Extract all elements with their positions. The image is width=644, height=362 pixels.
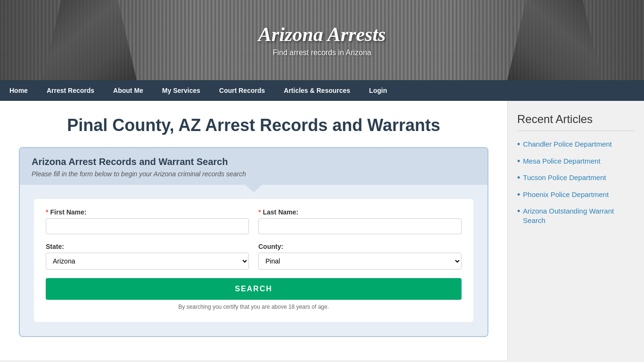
form-card-title: Arizona Arrest Records and Warrant Searc… bbox=[32, 156, 476, 167]
nav-home[interactable]: Home bbox=[0, 80, 37, 101]
location-row: State: Arizona County: Pinal bbox=[46, 243, 462, 270]
site-title: Arizona Arrests bbox=[258, 23, 386, 46]
last-name-input[interactable] bbox=[258, 218, 462, 234]
page-layout: Pinal County, AZ Arrest Records and Warr… bbox=[0, 101, 644, 360]
list-item: • Mesa Police Department bbox=[517, 156, 635, 167]
main-content: Pinal County, AZ Arrest Records and Warr… bbox=[0, 101, 507, 360]
hero-header: Arizona Arrests Find arrest records in A… bbox=[0, 0, 644, 80]
list-item: • Arizona Outstanding Warrant Search bbox=[517, 206, 635, 225]
recent-articles-list: • Chandler Police Department • Mesa Poli… bbox=[517, 140, 635, 225]
form-card-arrow bbox=[20, 184, 487, 194]
site-subtitle: Find arrest records in Arizona bbox=[273, 49, 372, 57]
form-card-subtitle: Please fill in the form below to begin y… bbox=[32, 170, 476, 178]
first-name-input[interactable] bbox=[46, 218, 249, 234]
page-title: Pinal County, AZ Arrest Records and Warr… bbox=[19, 115, 488, 135]
bullet-icon: • bbox=[517, 190, 520, 200]
sidebar-link-phoenix[interactable]: Phoenix Police Department bbox=[523, 190, 609, 199]
bullet-icon: • bbox=[517, 156, 520, 167]
form-note: By searching you certify that you are ab… bbox=[46, 304, 462, 310]
county-group: County: Pinal bbox=[258, 243, 462, 270]
search-form: *First Name: *Last Name: bbox=[34, 199, 473, 322]
state-label: State: bbox=[46, 243, 249, 250]
list-item: • Phoenix Police Department bbox=[517, 190, 635, 200]
bullet-icon: • bbox=[517, 173, 520, 183]
list-item: • Tucson Police Department bbox=[517, 173, 635, 183]
bullet-icon: • bbox=[517, 206, 520, 217]
nav-my-services[interactable]: My Services bbox=[153, 80, 210, 101]
bullet-icon: • bbox=[517, 140, 520, 150]
nav-arrest-records[interactable]: Arrest Records bbox=[37, 80, 104, 101]
last-name-label: *Last Name: bbox=[258, 208, 462, 216]
last-name-required: * bbox=[258, 208, 261, 216]
sidebar-link-warrant[interactable]: Arizona Outstanding Warrant Search bbox=[523, 206, 635, 225]
first-name-required: * bbox=[46, 208, 48, 216]
sidebar: Recent Articles • Chandler Police Depart… bbox=[507, 101, 644, 360]
form-card: Arizona Arrest Records and Warrant Searc… bbox=[19, 147, 488, 337]
main-nav: Home Arrest Records About Me My Services… bbox=[0, 80, 644, 101]
search-button[interactable]: SEARCH bbox=[46, 278, 462, 300]
sidebar-link-tucson[interactable]: Tucson Police Department bbox=[523, 173, 606, 182]
last-name-group: *Last Name: bbox=[258, 208, 462, 234]
sidebar-link-mesa[interactable]: Mesa Police Department bbox=[523, 156, 600, 166]
state-select[interactable]: Arizona bbox=[46, 253, 249, 270]
county-label: County: bbox=[258, 243, 462, 250]
county-select[interactable]: Pinal bbox=[258, 253, 462, 270]
nav-articles[interactable]: Articles & Resources bbox=[274, 80, 360, 101]
nav-about-me[interactable]: About Me bbox=[104, 80, 153, 101]
form-card-header: Arizona Arrest Records and Warrant Searc… bbox=[20, 148, 487, 185]
nav-court-records[interactable]: Court Records bbox=[210, 80, 274, 101]
first-name-group: *First Name: bbox=[46, 208, 249, 234]
sidebar-link-chandler[interactable]: Chandler Police Department bbox=[523, 140, 611, 149]
sidebar-title: Recent Articles bbox=[517, 113, 635, 131]
name-row: *First Name: *Last Name: bbox=[46, 208, 462, 234]
list-item: • Chandler Police Department bbox=[517, 140, 635, 150]
nav-login[interactable]: Login bbox=[360, 80, 396, 101]
first-name-label: *First Name: bbox=[46, 208, 249, 216]
state-group: State: Arizona bbox=[46, 243, 249, 270]
